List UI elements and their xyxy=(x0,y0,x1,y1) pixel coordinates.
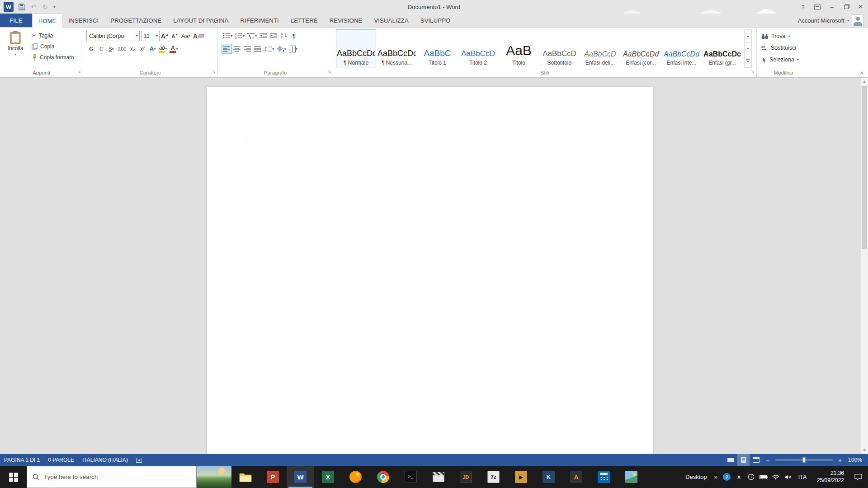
style-enfasi-grassetto[interactable]: AaBbCcDc Enfasi (gr... xyxy=(702,29,742,68)
restore-button[interactable] xyxy=(839,0,854,14)
tray-network[interactable] xyxy=(769,466,782,488)
scroll-down-arrow[interactable]: ▼ xyxy=(861,446,868,454)
start-button[interactable] xyxy=(0,466,27,488)
shrink-font-button[interactable]: A▼ xyxy=(170,31,180,41)
web-layout-button[interactable] xyxy=(750,454,762,466)
help-button[interactable]: ? xyxy=(796,0,810,14)
tray-battery[interactable] xyxy=(757,466,769,488)
search-input[interactable] xyxy=(44,474,196,480)
taskbar-firefox[interactable] xyxy=(342,466,369,488)
taskbar-media-editor[interactable] xyxy=(425,466,452,488)
taskbar-photos[interactable] xyxy=(618,466,645,488)
zoom-level[interactable]: 100% xyxy=(845,457,868,463)
scrollbar-track[interactable] xyxy=(861,85,868,446)
zoom-slider-thumb[interactable] xyxy=(802,457,806,463)
font-color-button[interactable]: A▾ xyxy=(168,44,179,54)
taskbar-keepass[interactable]: K xyxy=(535,466,562,488)
align-center-button[interactable] xyxy=(232,44,242,54)
tray-help[interactable]: ? xyxy=(721,466,733,488)
line-spacing-button[interactable]: ▾ xyxy=(263,44,275,54)
read-mode-button[interactable] xyxy=(724,454,737,466)
style-normale[interactable]: AaBbCcDd ¶ Normale xyxy=(336,29,376,68)
decrease-indent-button[interactable] xyxy=(258,31,269,41)
language-indicator[interactable]: ITALIANO (ITALIA) xyxy=(78,454,132,466)
shading-button[interactable]: ▾ xyxy=(275,44,288,54)
subscript-button[interactable]: x₂ xyxy=(127,44,137,54)
avatar[interactable] xyxy=(852,14,863,26)
desktop-toolbar[interactable]: Desktop xyxy=(681,466,711,488)
account-area[interactable]: Account Microsoft ▾ xyxy=(798,14,868,27)
zoom-out-button[interactable]: − xyxy=(762,454,773,466)
action-center-button[interactable] xyxy=(848,474,868,480)
taskbar-command-prompt[interactable]: >_ xyxy=(397,466,425,488)
ribbon-display-options-button[interactable] xyxy=(810,0,825,14)
scrollbar-thumb[interactable] xyxy=(862,86,867,249)
taskbar-chrome[interactable] xyxy=(369,466,397,488)
style-enfasi-delicata[interactable]: AaBbCcD Enfasi deli... xyxy=(580,29,620,68)
vertical-scrollbar[interactable]: ▲ ▼ xyxy=(860,78,868,454)
dialog-launcher-icon[interactable]: ↘ xyxy=(751,70,755,74)
tab-inserisci[interactable]: INSERISCI xyxy=(62,14,104,27)
style-titolo-2[interactable]: AaBbCcD Titolo 2 xyxy=(458,29,498,68)
taskbar-audio-app[interactable]: A xyxy=(562,466,590,488)
find-button[interactable]: Trova▾ xyxy=(761,31,810,41)
numbering-button[interactable]: 123▾ xyxy=(234,31,246,41)
bullets-button[interactable]: ▾ xyxy=(222,31,234,41)
select-button[interactable]: Seleziona▾ xyxy=(761,55,810,65)
style-enfasi-corsivo[interactable]: AaBbCcDd Enfasi (cor... xyxy=(621,29,661,68)
multilevel-list-button[interactable]: ▾ xyxy=(246,31,258,41)
double-chevron-icon[interactable]: » xyxy=(711,466,721,488)
collapse-ribbon-icon[interactable]: ∧ xyxy=(860,70,863,76)
minimize-button[interactable]: – xyxy=(825,0,839,14)
taskbar-media-player[interactable]: ▶ xyxy=(507,466,535,488)
taskbar-file-explorer[interactable] xyxy=(231,466,259,488)
style-titolo-1[interactable]: AaBbC Titolo 1 xyxy=(417,29,458,68)
tray-clock[interactable]: 21:36 25/09/2022 xyxy=(811,470,848,484)
style-nessuna-spaziatura[interactable]: AaBbCcDd ¶ Nessuna... xyxy=(377,29,417,68)
strikethrough-button[interactable]: abc xyxy=(116,44,127,54)
taskbar-excel[interactable]: X xyxy=(314,466,342,488)
taskbar-search[interactable] xyxy=(27,466,197,488)
font-size-combo[interactable]: 11▾ xyxy=(141,31,160,41)
dialog-launcher-icon[interactable]: ↘ xyxy=(212,70,216,74)
scroll-up-arrow[interactable]: ▲ xyxy=(861,78,868,85)
taskbar-7zip[interactable]: 7z xyxy=(480,466,507,488)
tab-progettazione[interactable]: PROGETTAZIONE xyxy=(104,14,167,27)
tray-clock-app[interactable] xyxy=(745,466,757,488)
save-icon[interactable] xyxy=(16,0,28,14)
tab-home[interactable]: HOME xyxy=(32,14,63,28)
taskbar-powerpoint[interactable]: P xyxy=(259,466,287,488)
clear-formatting-button[interactable]: A xyxy=(192,31,205,41)
word-count[interactable]: 0 PAROLE xyxy=(44,454,78,466)
taskbar-word-active[interactable]: W xyxy=(287,466,314,488)
tab-layout-di-pagina[interactable]: LAYOUT DI PAGINA xyxy=(167,14,234,27)
style-titolo[interactable]: AaB Titolo xyxy=(499,29,539,68)
tray-show-hidden-icons[interactable]: ∧ xyxy=(733,466,745,488)
page-indicator[interactable]: PAGINA 1 DI 1 xyxy=(0,454,44,466)
styles-scroll-down-button[interactable]: ▼ xyxy=(744,42,752,55)
styles-more-button[interactable]: ▼ xyxy=(744,55,752,68)
increase-indent-button[interactable] xyxy=(269,31,279,41)
zoom-in-button[interactable]: + xyxy=(835,454,845,466)
print-layout-button[interactable] xyxy=(737,454,750,466)
zoom-slider[interactable] xyxy=(775,460,833,460)
copy-button[interactable]: Copia xyxy=(30,42,75,51)
align-right-button[interactable] xyxy=(242,44,253,54)
tab-file[interactable]: FILE xyxy=(0,14,32,27)
tray-language[interactable]: ITA xyxy=(794,466,811,488)
undo-icon[interactable]: ↶ xyxy=(28,0,39,14)
news-weather-widget[interactable] xyxy=(197,466,231,488)
underline-button[interactable]: S▾ xyxy=(106,44,116,54)
redo-icon[interactable]: ↻ xyxy=(39,0,51,14)
document-page[interactable] xyxy=(207,87,653,454)
text-effects-button[interactable]: A▾ xyxy=(147,44,157,54)
superscript-button[interactable]: x² xyxy=(137,44,147,54)
style-enfasi-intensa[interactable]: AaBbCcDd Enfasi inte... xyxy=(661,29,702,68)
tab-revisione[interactable]: REVISIONE xyxy=(324,14,368,27)
cut-button[interactable]: ✂ Taglia xyxy=(30,31,75,40)
style-sottotitolo[interactable]: AaBbCcD Sottotitolo xyxy=(539,29,580,68)
taskbar-jdownloader[interactable]: JD xyxy=(452,466,480,488)
justify-button[interactable] xyxy=(253,44,263,54)
italic-button[interactable]: C xyxy=(96,44,106,54)
grow-font-button[interactable]: A▲ xyxy=(160,31,170,41)
